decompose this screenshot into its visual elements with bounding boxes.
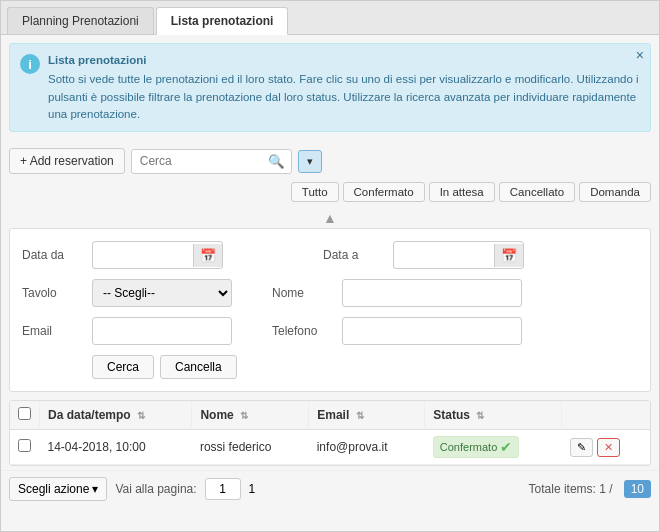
filter-domanda[interactable]: Domanda [579, 182, 651, 202]
filter-inattesa[interactable]: In attesa [429, 182, 495, 202]
data-a-calendar-button[interactable]: 📅 [494, 244, 523, 267]
telefono-input[interactable] [342, 317, 522, 345]
data-a-wrapper: 📅 [393, 241, 524, 269]
table-header-row: Da data/tempo ⇅ Nome ⇅ Email ⇅ Status ⇅ [10, 401, 650, 430]
action-buttons: ✎ ✕ [570, 438, 642, 457]
search-input[interactable] [132, 150, 262, 172]
tab-planning[interactable]: Planning Prenotazioni [7, 7, 154, 34]
data-da-wrapper: 📅 [92, 241, 223, 269]
select-all-checkbox[interactable] [18, 407, 31, 420]
filter-confermato[interactable]: Confermato [343, 182, 425, 202]
th-datetime[interactable]: Da data/tempo ⇅ [40, 401, 192, 430]
row-checkbox[interactable] [18, 439, 31, 452]
sort-nome-icon: ⇅ [240, 410, 248, 421]
tavolo-select[interactable]: -- Scegli-- [92, 279, 232, 307]
form-row-dates: Data da 📅 Data a 📅 [22, 241, 638, 269]
nome-input[interactable] [342, 279, 522, 307]
advanced-search-panel: Data da 📅 Data a 📅 Tavolo -- Scegli-- No… [9, 228, 651, 392]
row-checkbox-cell [10, 430, 40, 465]
delete-button[interactable]: ✕ [597, 438, 620, 457]
data-a-input[interactable] [394, 244, 494, 266]
tab-lista[interactable]: Lista prenotazioni [156, 7, 289, 35]
nome-label: Nome [272, 286, 332, 300]
totale-label: Totale items: 1 / [529, 482, 613, 496]
status-badge: Confermato ✔ [433, 436, 519, 458]
filter-tutto[interactable]: Tutto [291, 182, 339, 202]
search-icon: 🔍 [268, 154, 285, 169]
info-text: Lista prenotazioni Sotto si vede tutte l… [48, 52, 640, 123]
filter-buttons: Tutto Confermato In attesa Cancellato Do… [1, 180, 659, 208]
row-status: Confermato ✔ [425, 430, 562, 465]
toolbar: + Add reservation 🔍 ▾ [1, 140, 659, 180]
tavolo-label: Tavolo [22, 286, 82, 300]
status-check-icon: ✔ [500, 439, 512, 455]
sort-status-icon: ⇅ [476, 410, 484, 421]
totale-count: 10 [624, 480, 651, 498]
sort-datetime-icon: ⇅ [137, 410, 145, 421]
filter-cancellato[interactable]: Cancellato [499, 182, 575, 202]
collapse-arrow[interactable]: ▲ [1, 208, 659, 228]
sort-email-icon: ⇅ [356, 410, 364, 421]
info-box: i Lista prenotazioni Sotto si vede tutte… [9, 43, 651, 132]
vai-label: Vai alla pagina: [115, 482, 196, 496]
email-label: Email [22, 324, 82, 338]
th-status[interactable]: Status ⇅ [425, 401, 562, 430]
data-a-label: Data a [323, 248, 383, 262]
tab-bar: Planning Prenotazioni Lista prenotazioni [1, 1, 659, 35]
form-row-tavolo-nome: Tavolo -- Scegli-- Nome [22, 279, 638, 307]
bottom-bar: Scegli azione ▾ Vai alla pagina: 1 Total… [1, 470, 659, 507]
data-da-label: Data da [22, 248, 82, 262]
row-datetime: 14-04-2018, 10:00 [40, 430, 192, 465]
panel-buttons: Cerca Cancella [22, 355, 638, 379]
info-close-button[interactable]: × [636, 48, 644, 62]
reservations-table: Da data/tempo ⇅ Nome ⇅ Email ⇅ Status ⇅ [10, 401, 650, 465]
scegli-chevron-icon: ▾ [92, 482, 98, 496]
main-window: Planning Prenotazioni Lista prenotazioni… [0, 0, 660, 532]
row-nome: rossi federico [192, 430, 309, 465]
data-da-input[interactable] [93, 244, 193, 266]
reservations-table-container: Da data/tempo ⇅ Nome ⇅ Email ⇅ Status ⇅ [9, 400, 651, 466]
edit-button[interactable]: ✎ [570, 438, 593, 457]
search-icon-button[interactable]: 🔍 [262, 150, 291, 173]
table-row: 14-04-2018, 10:00 rossi federico info@pr… [10, 430, 650, 465]
row-email: info@prova.it [309, 430, 425, 465]
th-actions [562, 401, 650, 430]
advanced-search-toggle[interactable]: ▾ [298, 150, 322, 173]
telefono-label: Telefono [272, 324, 332, 338]
row-actions: ✎ ✕ [562, 430, 650, 465]
data-da-calendar-button[interactable]: 📅 [193, 244, 222, 267]
add-reservation-button[interactable]: + Add reservation [9, 148, 125, 174]
scegli-azione-button[interactable]: Scegli azione ▾ [9, 477, 107, 501]
th-email[interactable]: Email ⇅ [309, 401, 425, 430]
form-row-email-telefono: Email Telefono [22, 317, 638, 345]
email-input[interactable] [92, 317, 232, 345]
info-icon: i [20, 54, 40, 74]
total-pages: 1 [249, 482, 256, 496]
th-checkbox [10, 401, 40, 430]
page-input[interactable] [205, 478, 241, 500]
search-wrapper: 🔍 [131, 149, 292, 174]
th-nome[interactable]: Nome ⇅ [192, 401, 309, 430]
cancella-button[interactable]: Cancella [160, 355, 237, 379]
cerca-button[interactable]: Cerca [92, 355, 154, 379]
